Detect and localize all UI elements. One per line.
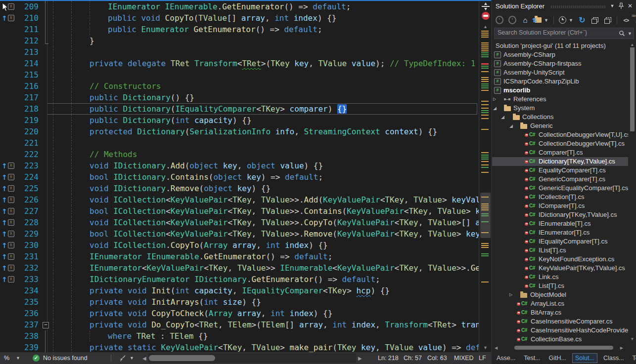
split-window-handle-icon[interactable] <box>481 2 490 10</box>
code-editor[interactable]: ↑I209IEnumerator IEnumerable.GetEnumerat… <box>0 1 479 352</box>
tree-item-collections[interactable]: ◢Collections <box>492 113 628 121</box>
zoom-dropdown-caret[interactable]: ▼ <box>16 352 20 364</box>
expander-closed-icon[interactable]: ▷ <box>493 95 496 104</box>
code-line[interactable]: ↑I229bool ICollection<KeyValuePair<TKey,… <box>0 228 479 240</box>
tree-hscroll-left-arrow[interactable]: ◀ <box>495 346 498 350</box>
code-line[interactable]: 235private void InitArrays(int size) {} <box>0 296 479 308</box>
line-number[interactable]: 236 <box>13 308 39 319</box>
code-line[interactable]: 213 <box>0 46 479 58</box>
code-line[interactable]: ↑I228void ICollection<KeyValuePair<TKey,… <box>0 217 479 228</box>
code-line[interactable]: 211public Enumerator GetEnumerator() => … <box>0 24 479 35</box>
expander-open-icon[interactable]: ◢ <box>501 113 504 121</box>
implements-indicator-icon[interactable]: ↑I <box>1 240 14 251</box>
line-number[interactable]: 222 <box>13 149 39 160</box>
code-line[interactable]: 220protected Dictionary(SerializationInf… <box>0 126 479 137</box>
line-number[interactable]: 212 <box>13 35 39 46</box>
code-line[interactable]: 221 <box>0 137 479 149</box>
expander-open-icon[interactable]: ◢ <box>493 104 497 113</box>
tree-item-ienumerator-t-cs[interactable]: C#IEnumerator[T].cs <box>492 228 628 237</box>
collapse-all-icon[interactable] <box>591 16 599 24</box>
show-all-files-icon[interactable] <box>604 16 612 24</box>
implements-indicator-icon[interactable]: ↑I <box>1 194 14 205</box>
code-line[interactable]: 217public Dictionary() {} <box>0 92 479 103</box>
tree-item-assembly-csharp-firstpass[interactable]: #Assembly-CSharp-firstpass <box>492 59 628 68</box>
tree-item-comparer-t-cs[interactable]: C#Comparer[T].cs <box>492 148 628 157</box>
code-line[interactable]: ↑I226void ICollection<KeyValuePair<TKey,… <box>0 194 479 205</box>
tree-item-caseinsensitivecomparer-cs[interactable]: C#CaseInsensitiveComparer.cs <box>492 317 628 326</box>
tree-item-keyvaluepair-tkey-tvalue-cs[interactable]: C#KeyValuePair[TKey,TValue].cs <box>492 264 628 273</box>
encoding-indicator[interactable]: MIXED <box>454 352 474 364</box>
implements-indicator-icon[interactable]: ↑I <box>1 217 14 228</box>
panel-tab-class[interactable]: Class... <box>601 354 627 363</box>
line-number[interactable]: 228 <box>13 217 39 228</box>
tree-item-references[interactable]: ▷References <box>492 95 628 104</box>
panel-tab-solut[interactable]: Solut... <box>572 353 597 363</box>
code-line[interactable]: 218public Dictionary(IEqualityComparer<T… <box>0 103 479 115</box>
line-number[interactable]: 213 <box>13 46 39 58</box>
implements-indicator-icon[interactable]: ↑I <box>1 228 14 240</box>
line-number[interactable]: 224 <box>13 171 39 183</box>
drag-grip[interactable] <box>550 5 606 8</box>
line-number[interactable]: 218 <box>13 103 39 115</box>
panel-tab-tea[interactable]: Tea... <box>630 354 636 363</box>
line-number[interactable]: 238 <box>13 330 39 342</box>
line-number[interactable]: 227 <box>13 205 39 217</box>
code-line[interactable]: 237−private void Do_CopyTo<TRet, TElem>(… <box>0 319 479 330</box>
switch-views-icon[interactable]: ⇅ <box>534 16 542 24</box>
line-number[interactable]: 209 <box>13 1 39 12</box>
tree-hscroll-right-arrow[interactable]: ▶ <box>620 346 623 350</box>
tree-horizontal-scrollbar[interactable]: ◀ ▶ <box>492 344 636 351</box>
implements-indicator-icon[interactable]: ↑I <box>1 262 14 274</box>
code-line[interactable]: ↑I223void IDictionary.Add(object key, ob… <box>0 160 479 171</box>
code-line[interactable]: ↑I232IEnumerator<KeyValuePair<TKey, TVal… <box>0 262 479 274</box>
line-number[interactable]: 225 <box>13 183 39 194</box>
line-number[interactable]: 226 <box>13 194 39 205</box>
line-number[interactable]: 214 <box>13 58 39 69</box>
line-number[interactable]: 234 <box>13 285 39 296</box>
tree-scroll-down-arrow[interactable]: ▼ <box>629 337 636 341</box>
code-line[interactable]: 215 <box>0 69 479 81</box>
editor-vertical-scrollbar[interactable]: ▲ ▼ <box>479 1 492 352</box>
window-position-menu-icon[interactable]: ▼ <box>608 2 616 10</box>
scrollbar-thumb[interactable] <box>480 193 491 238</box>
line-number[interactable]: 210 <box>13 12 39 24</box>
code-line[interactable]: 236private void CopyToCheck(Array array,… <box>0 308 479 319</box>
tree-item-solution-project-gui-11-of-11-projects[interactable]: Solution 'project-gui' (11 of 11 project… <box>492 41 628 50</box>
panel-header[interactable]: Solution Explorer ▼ ✕ <box>492 0 636 13</box>
code-line[interactable]: 234private void Init(int capacity, IEqua… <box>0 285 479 296</box>
home-icon[interactable]: ⌂ <box>521 16 529 24</box>
line-number[interactable]: 220 <box>13 126 39 137</box>
search-options-caret[interactable]: ▼ <box>628 31 632 36</box>
search-box[interactable]: Search Solution Explorer (Ctrl+¨) ▼ <box>494 28 634 39</box>
line-number[interactable]: 216 <box>13 81 39 92</box>
tree-item-equalitycomparer-t-cs[interactable]: C#EqualityComparer[T].cs <box>492 166 628 175</box>
code-line[interactable]: 214private delegate TRet Transform<TRet>… <box>0 58 479 69</box>
toolbar-overflow-icon[interactable]: »» <box>632 13 635 18</box>
hscroll-right-arrow[interactable]: ▶ <box>358 352 362 364</box>
code-line[interactable]: ↑I210public void CopyTo(TValue[] array, … <box>0 12 479 24</box>
switch-views-caret[interactable]: ▼ <box>544 18 548 23</box>
code-line[interactable]: 222// Methods <box>0 149 479 160</box>
tree-item-arraylist-cs[interactable]: C#ArrayList.cs <box>492 299 628 308</box>
char-indicator[interactable]: Ch: 57 <box>404 352 422 364</box>
code-line[interactable]: 219public Dictionary(int capacity) {} <box>0 115 479 126</box>
panel-tab-test[interactable]: Test... <box>521 354 543 363</box>
tree-item-generic[interactable]: ◢Generic <box>492 121 628 130</box>
line-number[interactable]: 239 <box>13 342 39 352</box>
pending-changes-filter-icon[interactable] <box>559 16 567 24</box>
scroll-up-arrow[interactable]: ▲ <box>479 24 492 29</box>
tree-hscrollbar-thumb[interactable] <box>514 346 613 350</box>
line-number[interactable]: 235 <box>13 296 39 308</box>
line-number[interactable]: 217 <box>13 92 39 103</box>
tree-item-mscorlib[interactable]: #mscorlib <box>492 86 628 95</box>
fold-collapse-icon[interactable]: − <box>43 322 49 328</box>
line-number[interactable]: 211 <box>13 24 39 35</box>
tree-item-objectmodel[interactable]: ▷ObjectModel <box>492 290 628 299</box>
code-line[interactable]: ↑I231IEnumerator IEnumerable.GetEnumerat… <box>0 251 479 262</box>
issues-indicator[interactable]: ✓ No issues found <box>33 352 88 364</box>
tree-item-iequalitycomparer-t-cs[interactable]: C#IEqualityComparer[T].cs <box>492 237 628 246</box>
expander-open-icon[interactable]: ◢ <box>509 121 513 130</box>
code-line[interactable]: 239private static KeyValuePair<TKey, TVa… <box>0 342 479 352</box>
tree-scroll-up-arrow[interactable]: ▲ <box>629 42 636 47</box>
hscroll-left-arrow[interactable]: ◀ <box>142 352 146 364</box>
